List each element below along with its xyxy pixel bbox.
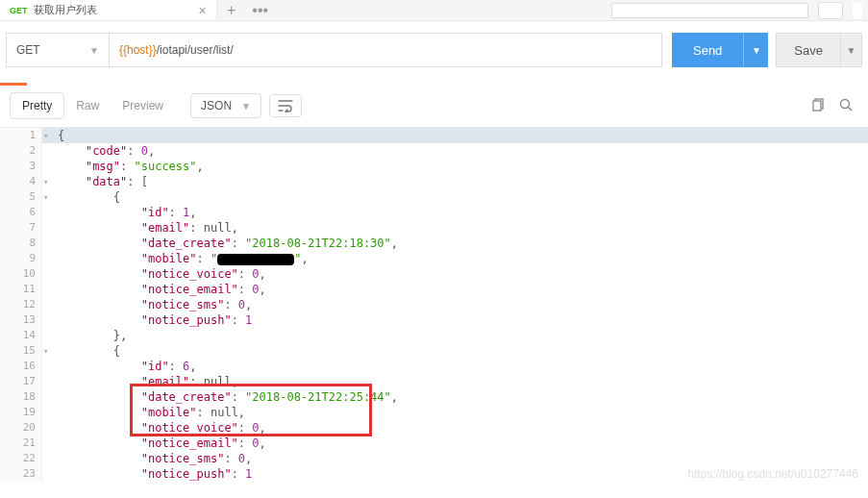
line-number: 23 xyxy=(0,466,42,482)
code-content: "msg": "success", xyxy=(52,159,204,174)
code-line[interactable]: 11 "notice_email": 0, xyxy=(0,282,868,297)
url-host-variable: {{host}} xyxy=(119,43,157,57)
copy-icon[interactable] xyxy=(812,98,826,114)
line-number: 19 xyxy=(0,405,42,420)
add-tab-button[interactable]: + xyxy=(217,2,246,19)
code-line[interactable]: 15▾ { xyxy=(0,343,868,359)
code-content: "code": 0, xyxy=(52,143,155,159)
line-number: 17 xyxy=(0,374,42,389)
url-path: /iotapi/user/list/ xyxy=(157,43,234,57)
line-number: 12 xyxy=(0,297,42,312)
code-line[interactable]: 8 "date_create": "2018-08-21T22:18:30", xyxy=(0,236,868,251)
code-line[interactable]: 2 "code": 0, xyxy=(0,143,868,159)
fold-icon xyxy=(42,236,52,251)
tab-bar: GET 获取用户列表 × + ••• xyxy=(0,0,868,21)
line-number: 7 xyxy=(0,220,42,236)
fold-icon[interactable]: ▾ xyxy=(42,174,52,189)
code-content: "notice_email": 0, xyxy=(52,282,266,297)
fold-icon xyxy=(42,389,52,405)
fold-icon xyxy=(42,251,52,266)
settings-button[interactable] xyxy=(853,2,862,19)
line-number: 11 xyxy=(0,282,42,297)
view-tab-pretty[interactable]: Pretty xyxy=(10,92,64,119)
code-content: "notice_email": 0, xyxy=(52,436,266,451)
env-preview-button[interactable] xyxy=(818,2,843,19)
format-value: JSON xyxy=(201,99,232,112)
code-line[interactable]: 3 "msg": "success", xyxy=(0,159,868,174)
code-line[interactable]: 7 "email": null, xyxy=(0,220,868,236)
fold-icon[interactable]: ▾ xyxy=(42,128,52,143)
fold-icon xyxy=(42,436,52,451)
code-line[interactable]: 1▾{ xyxy=(0,128,868,143)
svg-line-3 xyxy=(849,107,853,111)
code-line[interactable]: 14 }, xyxy=(0,328,868,343)
tab-method-badge: GET xyxy=(10,6,28,15)
close-icon[interactable]: × xyxy=(199,3,207,18)
line-number: 20 xyxy=(0,420,42,436)
code-line[interactable]: 16 "id": 6, xyxy=(0,359,868,374)
view-tab-preview[interactable]: Preview xyxy=(111,93,175,118)
tab-name: 获取用户列表 xyxy=(34,3,97,17)
code-content: "email": null, xyxy=(52,220,238,236)
line-number: 9 xyxy=(0,251,42,266)
code-line[interactable]: 5▾ { xyxy=(0,189,868,205)
code-content: }, xyxy=(52,328,127,343)
fold-icon xyxy=(42,143,52,159)
response-body-editor[interactable]: 1▾{2 "code": 0,3 "msg": "success",4▾ "da… xyxy=(0,127,868,492)
format-select[interactable]: JSON ▼ xyxy=(190,93,261,118)
line-number: 16 xyxy=(0,359,42,374)
request-tab[interactable]: GET 获取用户列表 × xyxy=(0,0,217,20)
fold-icon[interactable]: ▾ xyxy=(42,189,52,205)
code-line[interactable]: 20 "notice_voice": 0, xyxy=(0,420,868,436)
fold-icon xyxy=(42,312,52,328)
fold-icon xyxy=(42,328,52,343)
line-number: 10 xyxy=(0,266,42,282)
code-content: { xyxy=(52,343,120,359)
code-content: "notice_voice": 0, xyxy=(52,266,266,282)
line-number: 6 xyxy=(0,205,42,220)
top-right-controls xyxy=(611,2,868,19)
code-content: "date_create": "2018-08-21T22:25:44", xyxy=(52,389,398,405)
code-line[interactable]: 10 "notice_voice": 0, xyxy=(0,266,868,282)
fold-icon xyxy=(42,359,52,374)
code-line[interactable]: 6 "id": 1, xyxy=(0,205,868,220)
send-button[interactable]: Send xyxy=(672,33,743,67)
svg-point-2 xyxy=(841,99,850,108)
fold-icon xyxy=(42,159,52,174)
save-dropdown[interactable]: ▼ xyxy=(841,33,862,67)
code-content: "mobile": null, xyxy=(52,405,245,420)
method-select[interactable]: GET ▼ xyxy=(6,33,110,67)
code-content: "id": 6, xyxy=(52,359,197,374)
line-number: 1 xyxy=(0,128,42,143)
fold-icon[interactable]: ▾ xyxy=(42,343,52,359)
code-line[interactable]: 12 "notice_sms": 0, xyxy=(0,297,868,312)
line-number: 21 xyxy=(0,436,42,451)
code-line[interactable]: 21 "notice_email": 0, xyxy=(0,436,868,451)
code-line[interactable]: 17 "email": null, xyxy=(0,374,868,389)
code-line[interactable]: 22 "notice_sms": 0, xyxy=(0,451,868,466)
watermark: https://blog.csdn.net/u010277446 xyxy=(688,467,858,481)
code-line[interactable]: 4▾ "data": [ xyxy=(0,174,868,189)
fold-icon xyxy=(42,205,52,220)
environment-selector[interactable] xyxy=(611,3,808,18)
code-content: "mobile": "", xyxy=(52,251,309,266)
line-number: 13 xyxy=(0,312,42,328)
line-number: 15 xyxy=(0,343,42,359)
line-number: 18 xyxy=(0,389,42,405)
send-dropdown[interactable]: ▼ xyxy=(743,33,768,67)
tab-overflow-button[interactable]: ••• xyxy=(246,2,275,19)
code-line[interactable]: 13 "notice_push": 1 xyxy=(0,312,868,328)
search-icon[interactable] xyxy=(839,98,853,114)
view-tab-raw[interactable]: Raw xyxy=(64,93,111,118)
code-content: "id": 1, xyxy=(52,205,197,220)
code-line[interactable]: 9 "mobile": "", xyxy=(0,251,868,266)
code-line[interactable]: 18 "date_create": "2018-08-21T22:25:44", xyxy=(0,389,868,405)
save-button[interactable]: Save xyxy=(776,33,841,67)
wrap-lines-button[interactable] xyxy=(269,94,302,117)
url-input[interactable]: {{host}}/iotapi/user/list/ xyxy=(110,33,662,67)
code-content: "data": [ xyxy=(52,174,148,189)
code-line[interactable]: 19 "mobile": null, xyxy=(0,405,868,420)
response-toolbar: Pretty Raw Preview JSON ▼ xyxy=(0,79,868,127)
fold-icon xyxy=(42,282,52,297)
code-content: "email": null, xyxy=(52,374,238,389)
